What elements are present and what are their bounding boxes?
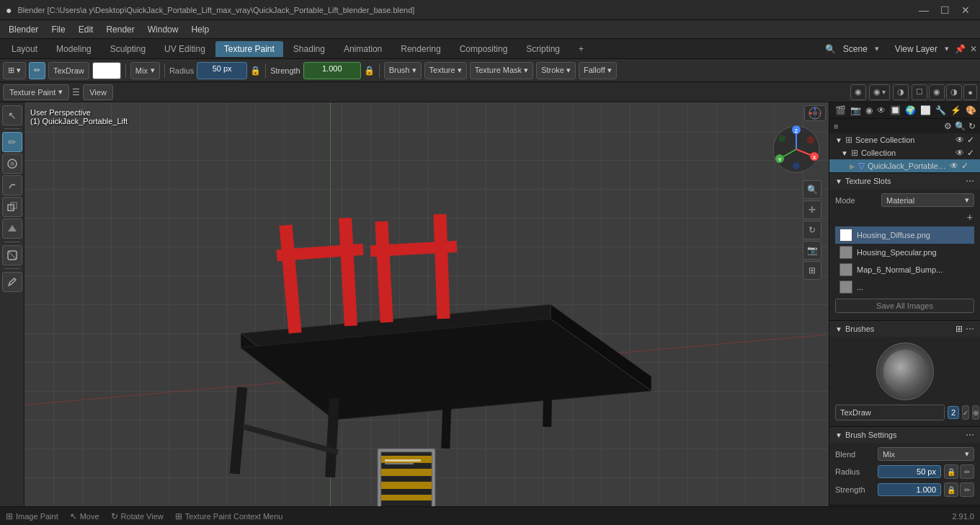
- wireframe-btn[interactable]: ☐: [912, 84, 927, 100]
- view-layer-dropdown-icon[interactable]: ▾: [945, 44, 949, 53]
- viewport-shading-solid[interactable]: ◉: [850, 84, 866, 100]
- zoom-nav-btn[interactable]: 🔍: [803, 180, 821, 199]
- props-icon-modifier[interactable]: 🔧: [935, 105, 946, 115]
- minimize-button[interactable]: —: [914, 4, 933, 16]
- shading-pie-btn[interactable]: ◑: [893, 84, 909, 100]
- texture-slot-dots[interactable]: ...: [835, 278, 974, 296]
- mode-dropdown[interactable]: Material ▾: [881, 193, 974, 207]
- tex-draw-label-btn[interactable]: TexDraw: [48, 62, 89, 79]
- props-icon-render[interactable]: 📷: [850, 105, 861, 115]
- maximize-button[interactable]: ☐: [936, 4, 954, 16]
- tab-compositing[interactable]: Compositing: [451, 41, 517, 57]
- scene-collection-check-icon[interactable]: ✓: [967, 135, 974, 145]
- strength-input[interactable]: 1.000: [303, 62, 361, 79]
- material-btn[interactable]: ◑: [946, 84, 962, 100]
- brushes-options[interactable]: ⋯: [966, 324, 974, 334]
- solid-btn[interactable]: ◉: [929, 84, 945, 100]
- collection-vis-icon[interactable]: 👁: [956, 148, 964, 158]
- render-btn[interactable]: ●: [963, 84, 977, 100]
- collection-check-icon[interactable]: ✓: [967, 148, 974, 158]
- outliner-search-icon[interactable]: 🔍: [955, 121, 966, 131]
- scene-collection-vis-icon[interactable]: 👁: [956, 135, 964, 145]
- status-image-paint[interactable]: ⊞ Image Paint: [6, 511, 58, 521]
- tool-clone[interactable]: [2, 197, 22, 217]
- tab-animation[interactable]: Animation: [335, 41, 391, 57]
- props-icon-object[interactable]: ⬜: [920, 105, 931, 115]
- strength-pen-btn[interactable]: ✏: [960, 482, 974, 497]
- radius-input[interactable]: 50 px: [197, 62, 247, 79]
- brush-copy-btn[interactable]: ⊕: [972, 405, 979, 420]
- menu-blender[interactable]: Blender: [3, 23, 44, 36]
- tool-mask[interactable]: [2, 245, 22, 265]
- strength-lock-btn[interactable]: 🔒: [944, 482, 958, 497]
- tab-texture-paint[interactable]: Texture Paint: [215, 41, 283, 57]
- camera-nav-btn[interactable]: 📷: [803, 241, 821, 260]
- blend-dropdown-props[interactable]: Mix ▾: [878, 447, 974, 461]
- texture-paint-mode-btn[interactable]: Texture Paint ▾: [3, 84, 69, 100]
- strength-lock-icon[interactable]: 🔒: [364, 66, 375, 76]
- menu-window[interactable]: Window: [142, 23, 184, 36]
- texture-btn[interactable]: Texture ▾: [424, 62, 467, 79]
- props-icon-scene[interactable]: 🎬: [835, 105, 846, 115]
- color-picker[interactable]: [92, 62, 121, 79]
- tab-rendering[interactable]: Rendering: [392, 41, 449, 57]
- tool-cursor[interactable]: ↖: [2, 105, 22, 125]
- texture-slots-header[interactable]: ▼ Texture Slots ⋯: [829, 173, 980, 189]
- texture-mask-btn[interactable]: Texture Mask ▾: [470, 62, 533, 79]
- menu-help[interactable]: Help: [185, 23, 215, 36]
- props-icon-particle[interactable]: ⚡: [950, 105, 961, 115]
- radius-lock-btn[interactable]: 🔒: [944, 464, 958, 479]
- rotate-nav-btn[interactable]: ↻: [803, 221, 821, 239]
- props-icon-output[interactable]: ◉: [865, 105, 873, 115]
- object-item[interactable]: ▶ ▽ QuickJack_Portable_... 👁 ✓: [829, 159, 980, 172]
- tab-modeling[interactable]: Modeling: [48, 41, 100, 57]
- mode-selector[interactable]: ⊞ ▾: [3, 62, 26, 79]
- viewport-gizmo-btn[interactable]: [804, 105, 826, 121]
- collection-item[interactable]: ▼ ⊞ Collection 👁 ✓: [829, 146, 980, 159]
- menu-file[interactable]: File: [45, 23, 71, 36]
- status-move[interactable]: ↖ Move: [70, 511, 99, 521]
- grid-nav-btn[interactable]: ⊞: [803, 261, 821, 280]
- tool-draw[interactable]: ✏: [2, 132, 22, 152]
- radius-lock-icon[interactable]: 🔒: [250, 66, 261, 76]
- props-icon-scene2[interactable]: 🔲: [890, 105, 901, 115]
- outliner-filter-icon[interactable]: ⚙: [944, 121, 952, 131]
- move-nav-btn[interactable]: ✛: [803, 200, 821, 219]
- close-button[interactable]: ✕: [957, 4, 974, 16]
- texture-slot-3[interactable]: Map_6_Normal_Bump...: [835, 261, 974, 278]
- brushes-header[interactable]: ▼ Brushes ⊞ ⋯: [829, 321, 980, 337]
- outliner-sync-icon[interactable]: ↻: [968, 121, 976, 131]
- viewport[interactable]: User Perspective (1) QuickJack_Portable_…: [24, 102, 829, 506]
- strength-value-props[interactable]: 1.000: [878, 483, 941, 496]
- brush-btn[interactable]: Brush ▾: [384, 62, 422, 79]
- brush-fake-user-btn[interactable]: ✓: [962, 405, 969, 420]
- props-icon-view[interactable]: 👁: [877, 105, 886, 115]
- radius-pen-btn[interactable]: ✏: [960, 464, 974, 479]
- brushes-expand[interactable]: ⊞: [956, 324, 963, 334]
- brush-settings-options[interactable]: ⋯: [966, 430, 974, 440]
- object-vis-icon[interactable]: 👁: [950, 161, 958, 171]
- texture-slot-2[interactable]: Housing_Specular.png: [835, 244, 974, 261]
- tool-smear[interactable]: [2, 175, 22, 195]
- tool-soften[interactable]: [2, 154, 22, 174]
- stroke-btn[interactable]: Stroke ▾: [536, 62, 576, 79]
- tab-scripting[interactable]: Scripting: [517, 41, 569, 57]
- add-texture-btn[interactable]: +: [966, 210, 974, 224]
- viewport-overlay-btn[interactable]: ◉ ▾: [869, 84, 890, 100]
- blend-dropdown[interactable]: Mix ▾: [130, 62, 160, 79]
- draw-tool-btn[interactable]: ✏: [29, 62, 45, 79]
- menu-edit[interactable]: Edit: [73, 23, 99, 36]
- view-btn[interactable]: View: [83, 84, 113, 100]
- status-context-menu[interactable]: ⊞ Texture Paint Context Menu: [175, 511, 283, 521]
- tab-shading[interactable]: Shading: [285, 41, 334, 57]
- tool-annotate[interactable]: [2, 272, 22, 292]
- scene-collection-item[interactable]: ▼ ⊞ Scene Collection 👁 ✓: [829, 133, 980, 146]
- texture-slots-options[interactable]: ⋯: [966, 176, 974, 186]
- props-icon-world[interactable]: 🌍: [905, 105, 916, 115]
- brush-settings-header[interactable]: ▼ Brush Settings ⋯: [829, 427, 980, 443]
- tab-uv-editing[interactable]: UV Editing: [156, 41, 214, 57]
- tool-fill[interactable]: [2, 219, 22, 239]
- status-rotate[interactable]: ↻ Rotate View: [111, 511, 164, 521]
- tab-sculpting[interactable]: Sculpting: [102, 41, 154, 57]
- menu-render[interactable]: Render: [100, 23, 140, 36]
